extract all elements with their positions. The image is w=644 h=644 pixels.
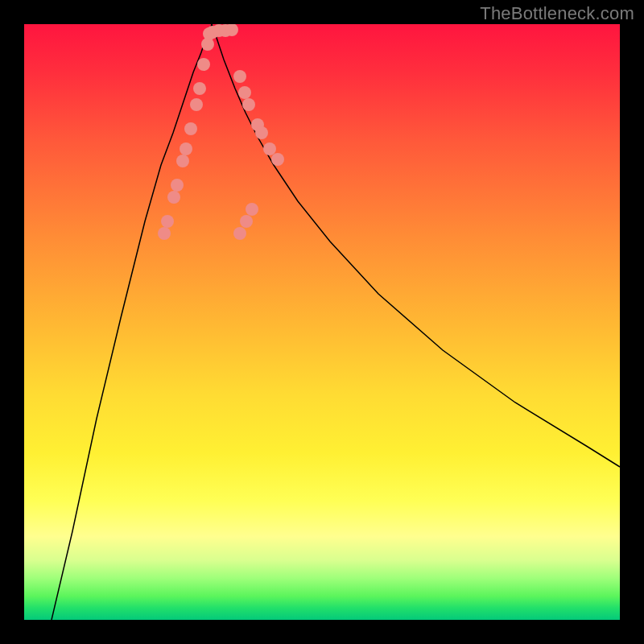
marker-point (255, 126, 268, 139)
curve-layer (24, 24, 620, 620)
left-branch-curve (52, 24, 212, 620)
marker-point (233, 70, 246, 83)
marker-point (190, 98, 203, 111)
marker-point (197, 58, 210, 71)
watermark-text: TheBottleneck.com (480, 3, 634, 24)
marker-point (238, 86, 251, 99)
chart-frame: TheBottleneck.com (0, 0, 644, 644)
marker-point (240, 215, 253, 228)
marker-point (246, 203, 258, 216)
marker-group (158, 24, 284, 240)
right-branch-curve (212, 24, 620, 467)
marker-point (180, 142, 192, 155)
marker-point (158, 227, 171, 240)
marker-point (233, 227, 246, 240)
marker-point (167, 191, 180, 204)
marker-point (184, 122, 197, 135)
marker-point (271, 153, 284, 166)
marker-point (171, 179, 184, 192)
marker-point (176, 155, 189, 167)
marker-point (242, 98, 255, 111)
marker-point (263, 142, 276, 155)
plot-area (24, 24, 620, 620)
marker-point (193, 82, 206, 95)
marker-point (161, 215, 174, 228)
